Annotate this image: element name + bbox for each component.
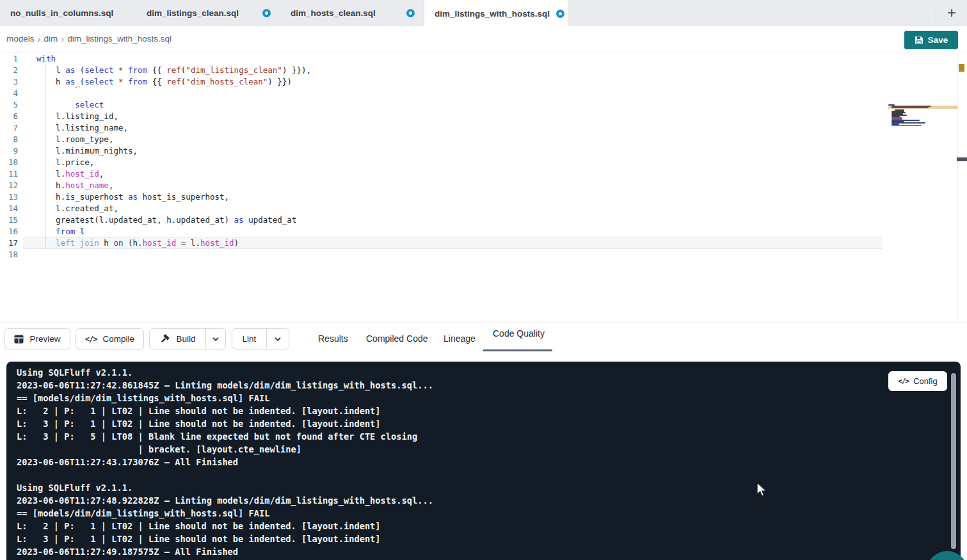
code-line[interactable]: l.listing_id, bbox=[36, 111, 118, 122]
new-tab-button[interactable]: + bbox=[942, 2, 961, 24]
line-number: 2 bbox=[0, 65, 18, 76]
terminal-line: L: 3 | P: 5 | LT08 | Blank line expected… bbox=[17, 430, 417, 443]
code-line[interactable]: select bbox=[36, 99, 104, 111]
line-number: 6 bbox=[0, 111, 18, 122]
code-token: select bbox=[84, 77, 113, 86]
code-token: "dim_listings_clean" bbox=[186, 65, 282, 75]
minimap[interactable] bbox=[888, 104, 937, 130]
file-tab[interactable]: dim_listings_with_hosts.sql bbox=[424, 0, 568, 27]
code-token: select bbox=[84, 65, 113, 75]
code-token: ref bbox=[166, 77, 181, 86]
code-line[interactable]: with bbox=[36, 53, 56, 65]
code-token: (h. bbox=[123, 238, 142, 248]
tab-results[interactable]: Results bbox=[318, 333, 348, 344]
lint-dropdown-button[interactable] bbox=[266, 329, 289, 349]
terminal-panel: Using SQLFluff v2.1.1.2023-06-06T11:27:4… bbox=[6, 362, 961, 560]
line-number: 12 bbox=[0, 180, 18, 191]
tab-lineage[interactable]: Lineage bbox=[444, 333, 476, 344]
minimap-line bbox=[891, 107, 929, 108]
breadcrumb-segment[interactable]: dim_listings_with_hosts.sql bbox=[67, 34, 172, 44]
terminal-line: L: 3 | P: 1 | LT02 | Line should not be … bbox=[17, 532, 381, 545]
line-number: 11 bbox=[0, 168, 18, 180]
build-dropdown-button[interactable] bbox=[205, 329, 225, 349]
terminal-line: | bracket. [layout.cte_newline] bbox=[17, 443, 301, 456]
preview-button[interactable]: Preview bbox=[4, 328, 70, 349]
code-token: * bbox=[118, 77, 124, 86]
terminal-line: L: 3 | P: 1 | LT02 | Line should not be … bbox=[17, 417, 381, 430]
code-token bbox=[36, 100, 75, 109]
file-tab-label: no_nulls_in_columns.sql bbox=[10, 8, 113, 18]
code-token: * bbox=[118, 65, 124, 75]
terminal-line: Using SQLFluff v2.1.1. bbox=[17, 366, 132, 379]
line-number: 14 bbox=[0, 203, 18, 214]
code-line[interactable]: l.listing_name, bbox=[36, 122, 128, 134]
code-token: l bbox=[36, 65, 65, 75]
chevron-down-icon bbox=[274, 335, 282, 343]
code-line[interactable]: l as (select * from {{ ref("dim_listings… bbox=[36, 65, 311, 76]
code-line[interactable]: l.room_type, bbox=[36, 134, 113, 145]
code-line[interactable]: h.is_superhost as host_is_superhost, bbox=[36, 191, 229, 203]
code-line[interactable]: l.created_at, bbox=[36, 203, 118, 214]
code-line[interactable]: l.price, bbox=[36, 157, 94, 168]
line-number: 17 bbox=[0, 237, 18, 249]
code-line[interactable]: from l bbox=[36, 226, 84, 237]
code-line[interactable]: l.host_id, bbox=[36, 168, 104, 180]
file-tab[interactable]: no_nulls_in_columns.sql bbox=[0, 0, 136, 26]
code-token: host_id bbox=[200, 238, 234, 248]
file-tab[interactable]: dim_hosts_clean.sql bbox=[280, 0, 424, 26]
code-line[interactable]: h.host_name, bbox=[36, 180, 113, 191]
config-button[interactable]: </> Config bbox=[888, 371, 947, 391]
code-token: l.listing_id, bbox=[36, 111, 118, 121]
tab-compiled-code[interactable]: Compiled Code bbox=[366, 333, 428, 344]
line-number: 7 bbox=[0, 122, 18, 134]
code-token: with bbox=[36, 54, 56, 63]
code-line[interactable]: l.minimum_nights, bbox=[36, 145, 138, 157]
terminal-line: 2023-06-06T11:27:49.187575Z — All Finish… bbox=[17, 545, 238, 558]
code-line[interactable]: left join h on (h.host_id = l.host_id) bbox=[36, 237, 239, 249]
line-number: 10 bbox=[0, 157, 18, 168]
lint-split-button: Lint bbox=[232, 328, 289, 349]
lint-button[interactable]: Lint bbox=[232, 329, 266, 349]
code-token: ref bbox=[166, 65, 181, 75]
editor-scrollbar-handle[interactable] bbox=[957, 157, 967, 161]
code-token: h.is_superhost bbox=[36, 192, 128, 202]
code-token: host_is_superhost, bbox=[138, 192, 229, 202]
breadcrumb-chevron-icon: › bbox=[38, 35, 41, 43]
terminal-line: == [models/dim/dim_listings_with_hosts.s… bbox=[17, 507, 270, 520]
line-number: 15 bbox=[0, 214, 18, 226]
build-button[interactable]: Build bbox=[150, 329, 205, 349]
terminal-scrollbar[interactable] bbox=[951, 373, 956, 549]
code-token: l. bbox=[36, 169, 65, 179]
code-editor[interactable]: 123456789101112131415161718 with l as (s… bbox=[0, 53, 967, 323]
tab-code-quality[interactable]: Code Quality bbox=[493, 328, 545, 339]
editor-scrollbar-track bbox=[957, 53, 958, 323]
code-token: l.minimum_nights, bbox=[36, 146, 138, 156]
code-token: ) bbox=[234, 238, 239, 248]
code-token: l bbox=[75, 227, 84, 236]
code-token: l.room_type, bbox=[36, 134, 113, 144]
tab-bar: no_nulls_in_columns.sqldim_listings_clea… bbox=[0, 0, 967, 26]
code-token: = l. bbox=[176, 238, 200, 248]
code-token: ) }}), bbox=[282, 65, 311, 75]
action-toolbar: Preview </> Compile Build Lint Results C… bbox=[0, 323, 967, 362]
code-token: host_id bbox=[143, 238, 177, 248]
compile-button[interactable]: </> Compile bbox=[76, 328, 144, 349]
code-token: updated_at bbox=[244, 215, 297, 225]
terminal-line: 2023-06-06T11:27:43.173076Z — All Finish… bbox=[17, 456, 238, 468]
code-token bbox=[75, 77, 80, 86]
breadcrumb-segment[interactable]: dim bbox=[44, 34, 58, 44]
code-line[interactable]: h as (select * from {{ ref("dim_hosts_cl… bbox=[36, 76, 292, 88]
line-number: 4 bbox=[0, 88, 18, 99]
code-token: l.listing_name, bbox=[36, 123, 128, 132]
code-token: ( bbox=[75, 65, 84, 75]
code-token: {{ bbox=[147, 77, 166, 86]
code-line[interactable]: greatest(l.updated_at, h.updated_at) as … bbox=[36, 214, 296, 226]
code-token: left join bbox=[56, 238, 99, 248]
file-tab[interactable]: dim_listings_clean.sql bbox=[136, 0, 280, 26]
preview-button-label: Preview bbox=[29, 334, 60, 344]
save-button[interactable]: Save bbox=[904, 31, 958, 49]
code-token: , bbox=[109, 180, 114, 190]
breadcrumb-segment[interactable]: models bbox=[6, 34, 35, 44]
code-token: greatest(l.updated_at, h.updated_at) bbox=[36, 215, 234, 225]
file-tab-label: dim_listings_clean.sql bbox=[147, 8, 239, 18]
